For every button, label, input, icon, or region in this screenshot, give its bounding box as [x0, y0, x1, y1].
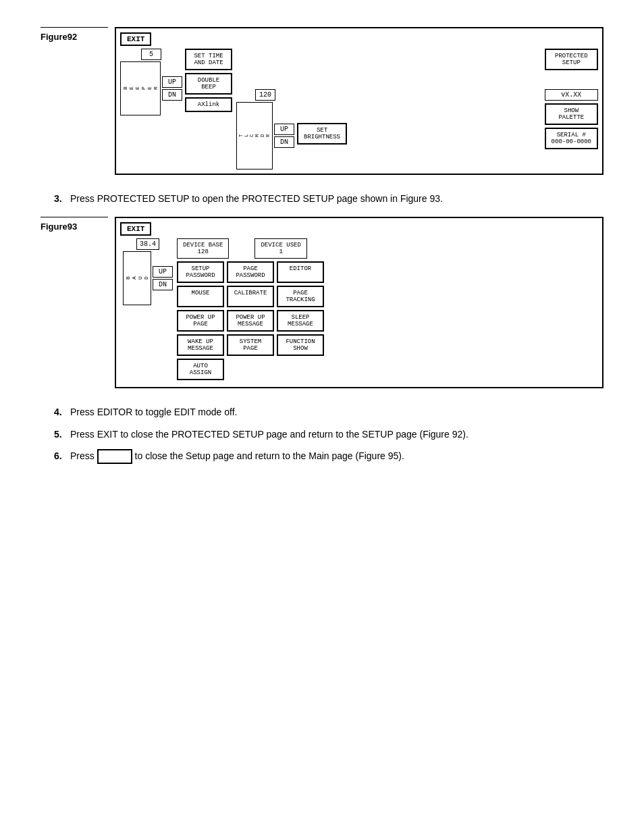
fig92-right-panel: PROTECTED SETUP vX.XX SHOW PALETTE SERIA…	[545, 49, 598, 149]
figure93-section: Figure93 EXIT 38.4 BAUD UP DN	[41, 217, 603, 388]
beeper-dn[interactable]: DN	[162, 89, 182, 101]
step4-num: 4.	[54, 405, 70, 419]
page-tracking-btn[interactable]: PAGE TRACKING	[277, 286, 324, 307]
step5-num: 5.	[54, 427, 70, 442]
wake-up-message-btn[interactable]: WAKE UP MESSAGE	[177, 334, 224, 356]
baud-outer: 38.4 BAUD UP DN	[123, 238, 173, 305]
beeper-number: 5	[141, 49, 161, 60]
fig92-body: 5 BEEPER UP DN SET TIME AND DATE DOUBLE …	[120, 49, 598, 170]
step6-text2: to close the Setup page and return to th…	[135, 450, 404, 461]
timer-up-dn: UP DN	[274, 124, 294, 148]
device-used-btn: DEVICE USED 1	[254, 238, 306, 259]
baud-up-dn: UP DN	[153, 266, 173, 290]
serial-box: SERIAL # 000-00-0000	[545, 128, 598, 149]
double-beep-btn[interactable]: DOUBLE BEEP	[185, 73, 232, 95]
fig93-row6: AUTO ASSIGN	[177, 359, 324, 380]
device-base-btn: DEVICE BASE 128	[177, 238, 229, 259]
figure93-panel: EXIT 38.4 BAUD UP DN	[115, 217, 603, 388]
sleep-message-btn[interactable]: SLEEP MESSAGE	[277, 310, 324, 332]
version-box: vX.XX	[545, 89, 598, 101]
step6-line: 6. Press to close the Setup page and ret…	[54, 448, 603, 464]
editor-btn[interactable]: EDITOR	[277, 261, 324, 283]
beeper-up[interactable]: UP	[162, 76, 182, 88]
fig92-beeper-group: 5 BEEPER UP DN SET TIME AND DATE DOUBLE …	[120, 49, 232, 115]
steps-block: 3. Press PROTECTED SETUP to open the PRO…	[41, 191, 603, 206]
auto-assign-btn[interactable]: AUTO ASSIGN	[177, 359, 224, 380]
fig92-timer-group: 120 TLCMDR UP DN SET BRIGHTNESS	[236, 89, 347, 170]
fig92-exit-btn[interactable]: EXIT	[120, 32, 151, 46]
beeper-vertical-label: BEEPER	[120, 61, 161, 115]
baud-vertical-label: BAUD	[123, 251, 151, 305]
baud-inner: BAUD UP DN	[123, 251, 173, 305]
fig93-body: 38.4 BAUD UP DN DEVICE BASE 128	[120, 236, 598, 383]
system-page-btn[interactable]: SYSTEM PAGE	[227, 334, 274, 356]
step5-text: Press EXIT to close the PROTECTED SETUP …	[70, 427, 603, 442]
step4-text: Press EDITOR to toggle EDIT mode off.	[70, 405, 603, 419]
function-show-btn[interactable]: FUNCTION SHOW	[277, 334, 324, 356]
timer-up[interactable]: UP	[274, 124, 294, 135]
fig93-baud-group: 38.4 BAUD UP DN	[123, 238, 173, 380]
calibrate-btn[interactable]: CALIBRATE	[227, 286, 274, 307]
figure92-section: Figure92 EXIT 5 BEEPER UP DN	[41, 27, 603, 175]
timer-number: 120	[255, 89, 275, 101]
step3-text: Press PROTECTED SETUP to open the PROTEC…	[70, 191, 603, 206]
fig93-row1: DEVICE BASE 128 DEVICE USED 1	[177, 238, 324, 259]
step6-inline-btn	[97, 449, 132, 464]
fig93-row3: MOUSE CALIBRATE PAGE TRACKING	[177, 286, 324, 307]
set-brightness-btn[interactable]: SET BRIGHTNESS	[297, 123, 347, 145]
set-time-date-btn[interactable]: SET TIME AND DATE	[185, 49, 232, 70]
step5-line: 5. Press EXIT to close the PROTECTED SET…	[54, 427, 603, 442]
step4-line: 4. Press EDITOR to toggle EDIT mode off.	[54, 405, 603, 419]
fig93-row5: WAKE UP MESSAGE SYSTEM PAGE FUNCTION SHO…	[177, 334, 324, 356]
show-palette-btn[interactable]: SHOW PALETTE	[545, 103, 598, 125]
step3-num: 3.	[54, 191, 70, 206]
figure92-label: Figure92	[41, 27, 108, 42]
setup-password-btn[interactable]: SETUP PASSWORD	[177, 261, 224, 283]
timer-buttons-col: SET BRIGHTNESS	[297, 123, 347, 145]
protected-setup-btn[interactable]: PROTECTED SETUP	[545, 49, 598, 70]
step3-line: 3. Press PROTECTED SETUP to open the PRO…	[54, 191, 603, 206]
fig93-buttons-right: DEVICE BASE 128 DEVICE USED 1 SETUP PASS…	[177, 238, 324, 380]
step6-text: Press to close the Setup page and return…	[70, 448, 603, 464]
step6-num: 6.	[54, 448, 70, 463]
remaining-steps: 4. Press EDITOR to toggle EDIT mode off.…	[41, 405, 603, 464]
power-up-message-btn[interactable]: POWER UP MESSAGE	[227, 310, 274, 332]
fig93-row4: POWER UP PAGE POWER UP MESSAGE SLEEP MES…	[177, 310, 324, 332]
timer-inner: TLCMDR UP DN	[236, 102, 294, 170]
figure93-label: Figure93	[41, 217, 108, 232]
baud-dn[interactable]: DN	[153, 279, 173, 290]
beeper-buttons-col: SET TIME AND DATE DOUBLE BEEP AXlink	[185, 49, 232, 112]
baud-number: 38.4	[136, 238, 159, 250]
page-password-btn[interactable]: PAGE PASSWORD	[227, 261, 274, 283]
beeper-inner: BEEPER UP DN	[120, 61, 182, 115]
baud-up[interactable]: UP	[153, 266, 173, 278]
fig93-exit-btn[interactable]: EXIT	[120, 222, 151, 236]
power-up-page-btn[interactable]: POWER UP PAGE	[177, 310, 224, 332]
beeper-up-dn: UP DN	[162, 76, 182, 101]
beeper-outer: 5 BEEPER UP DN	[120, 49, 182, 115]
timer-vertical-label: TLCMDR	[236, 102, 273, 170]
timer-outer: 120 TLCMDR UP DN	[236, 89, 294, 170]
axlink-btn[interactable]: AXlink	[185, 97, 232, 112]
timer-dn[interactable]: DN	[274, 136, 294, 148]
mouse-btn[interactable]: MOUSE	[177, 286, 224, 307]
figure92-panel: EXIT 5 BEEPER UP DN	[115, 27, 603, 175]
fig93-row2: SETUP PASSWORD PAGE PASSWORD EDITOR	[177, 261, 324, 283]
